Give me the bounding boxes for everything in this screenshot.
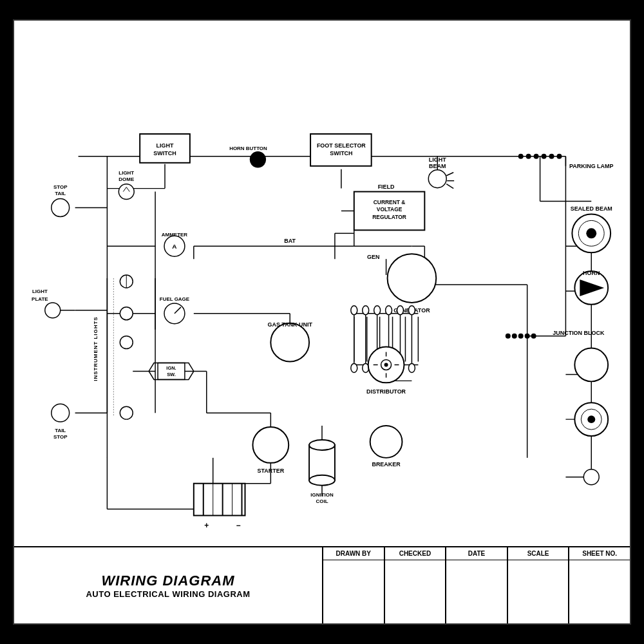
svg-point-165 bbox=[512, 334, 517, 339]
svg-point-140 bbox=[351, 363, 357, 372]
svg-text:BEAM: BEAM bbox=[429, 163, 446, 169]
svg-point-168 bbox=[531, 334, 536, 339]
svg-text:PARKING LAMP: PARKING LAMP bbox=[569, 163, 614, 169]
svg-point-120 bbox=[120, 307, 133, 320]
sheet-no-label: SHEET NO. bbox=[569, 547, 630, 560]
diagram-container: FOOT SELECTOR SWITCH LIGHT SWITCH HORN B… bbox=[13, 19, 631, 625]
svg-point-84 bbox=[388, 254, 437, 303]
svg-point-145 bbox=[374, 306, 381, 315]
svg-text:VOLTAGE: VOLTAGE bbox=[377, 206, 402, 213]
svg-point-133 bbox=[45, 303, 61, 318]
svg-text:PLATE: PLATE bbox=[32, 296, 48, 302]
svg-point-121 bbox=[164, 303, 185, 324]
svg-point-136 bbox=[270, 323, 309, 362]
checked-label: CHECKED bbox=[385, 547, 446, 560]
svg-point-142 bbox=[363, 306, 369, 315]
svg-point-166 bbox=[518, 334, 524, 339]
svg-text:REGULATOR: REGULATOR bbox=[372, 214, 406, 220]
svg-text:SEALED BEAM: SEALED BEAM bbox=[571, 205, 612, 212]
svg-text:DOME: DOME bbox=[118, 176, 134, 182]
sheet-no-value bbox=[569, 560, 630, 623]
svg-point-76 bbox=[250, 152, 265, 167]
svg-text:LIGHT: LIGHT bbox=[118, 170, 134, 176]
svg-point-139 bbox=[351, 306, 357, 315]
drawn-by-label: DRAWN BY bbox=[323, 547, 384, 560]
svg-text:HORN BUTTON: HORN BUTTON bbox=[229, 146, 267, 151]
svg-point-170 bbox=[252, 427, 289, 463]
svg-text:STARTER: STARTER bbox=[258, 468, 285, 474]
svg-text:IGNITION: IGNITION bbox=[310, 492, 334, 498]
svg-point-158 bbox=[384, 363, 388, 366]
svg-text:HORN: HORN bbox=[583, 270, 600, 276]
svg-text:STOP: STOP bbox=[53, 434, 68, 440]
svg-text:INSTRUMENT LIGHTS: INSTRUMENT LIGHTS bbox=[93, 316, 99, 381]
svg-point-106 bbox=[52, 199, 70, 217]
svg-text:LIGHT: LIGHT bbox=[32, 289, 48, 294]
diagram-subtitle: AUTO ELECTRICAL WIRING DIAGRAM bbox=[86, 589, 250, 599]
svg-text:FIELD: FIELD bbox=[378, 184, 395, 190]
svg-point-174 bbox=[309, 475, 335, 486]
svg-point-124 bbox=[120, 336, 133, 349]
svg-text:TAIL: TAIL bbox=[55, 428, 66, 433]
svg-text:SWITCH: SWITCH bbox=[153, 150, 176, 156]
svg-text:IGN.: IGN. bbox=[166, 365, 176, 371]
svg-point-93 bbox=[526, 154, 531, 159]
svg-text:+: + bbox=[204, 521, 209, 530]
svg-point-154 bbox=[408, 306, 415, 315]
drawn-by-field: DRAWN BY bbox=[323, 547, 385, 623]
svg-text:LIGHT: LIGHT bbox=[429, 156, 446, 163]
svg-point-94 bbox=[534, 154, 539, 159]
svg-point-86 bbox=[428, 170, 446, 188]
svg-text:BREAKER: BREAKER bbox=[372, 461, 401, 468]
svg-point-191 bbox=[583, 469, 599, 485]
checked-field: CHECKED bbox=[385, 547, 447, 623]
date-field: DATE bbox=[446, 547, 508, 623]
svg-point-155 bbox=[408, 363, 415, 372]
svg-text:SWITCH: SWITCH bbox=[330, 150, 352, 156]
svg-point-177 bbox=[370, 426, 402, 458]
svg-text:SW.: SW. bbox=[167, 372, 176, 377]
svg-point-92 bbox=[518, 154, 524, 159]
checked-value bbox=[385, 560, 446, 623]
svg-text:AMMETER: AMMETER bbox=[162, 232, 187, 238]
svg-text:CURRENT &: CURRENT & bbox=[374, 199, 406, 205]
svg-point-95 bbox=[542, 154, 547, 159]
svg-text:COIL: COIL bbox=[316, 498, 328, 504]
svg-point-96 bbox=[549, 154, 554, 159]
svg-text:DISTRIBUTOR: DISTRIBUTOR bbox=[366, 388, 406, 395]
svg-point-187 bbox=[574, 348, 608, 382]
scale-field: SCALE bbox=[508, 547, 570, 623]
sheet-no-field: SHEET NO. bbox=[569, 547, 630, 623]
svg-point-167 bbox=[525, 334, 530, 339]
svg-point-97 bbox=[556, 154, 562, 159]
svg-text:TAIL: TAIL bbox=[55, 191, 66, 196]
date-value bbox=[446, 560, 507, 623]
svg-text:A: A bbox=[172, 243, 176, 250]
scale-value bbox=[508, 560, 569, 623]
svg-text:−: − bbox=[236, 521, 241, 530]
diagram-area: FOOT SELECTOR SWITCH LIGHT SWITCH HORN B… bbox=[14, 21, 630, 549]
date-label: DATE bbox=[446, 547, 507, 560]
svg-rect-179 bbox=[194, 484, 245, 516]
diagram-title: WIRING DIAGRAM bbox=[101, 573, 234, 589]
svg-text:JUNCTION BLOCK: JUNCTION BLOCK bbox=[553, 330, 605, 336]
svg-text:STOP: STOP bbox=[53, 184, 68, 190]
title-block: WIRING DIAGRAM AUTO ELECTRICAL WIRING DI… bbox=[14, 546, 630, 623]
svg-point-148 bbox=[386, 306, 392, 315]
svg-point-173 bbox=[309, 440, 335, 450]
svg-point-164 bbox=[506, 334, 511, 339]
title-main-section: WIRING DIAGRAM AUTO ELECTRICAL WIRING DI… bbox=[14, 547, 323, 623]
svg-text:GAS TANK UNIT: GAS TANK UNIT bbox=[267, 321, 312, 328]
drawn-by-value bbox=[323, 560, 384, 623]
svg-point-130 bbox=[52, 404, 70, 422]
title-fields: DRAWN BY CHECKED DATE SCALE SHEET NO. bbox=[323, 547, 630, 623]
svg-text:GEN: GEN bbox=[367, 254, 379, 260]
svg-point-190 bbox=[587, 415, 595, 423]
svg-point-151 bbox=[397, 306, 404, 315]
svg-text:LIGHT: LIGHT bbox=[156, 142, 174, 149]
svg-text:FUEL GAGE: FUEL GAGE bbox=[160, 296, 189, 302]
svg-text:FOOT SELECTOR: FOOT SELECTOR bbox=[317, 142, 366, 149]
svg-point-109 bbox=[118, 184, 134, 200]
scale-label: SCALE bbox=[508, 547, 569, 560]
svg-point-129 bbox=[120, 406, 133, 419]
